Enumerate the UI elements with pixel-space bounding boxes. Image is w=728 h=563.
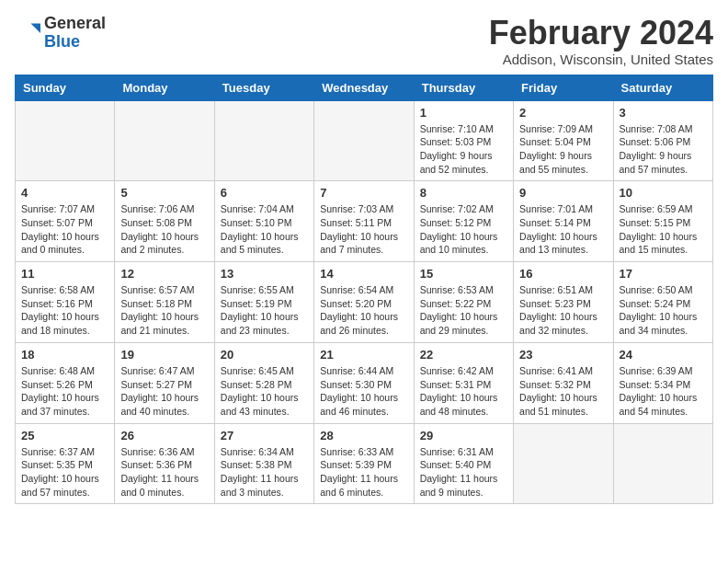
calendar-cell: 23Sunrise: 6:41 AM Sunset: 5:32 PM Dayli…: [514, 342, 613, 423]
day-info: Sunrise: 6:31 AM Sunset: 5:40 PM Dayligh…: [420, 445, 507, 500]
weekday-header-sunday: Sunday: [16, 75, 115, 100]
day-info: Sunrise: 6:33 AM Sunset: 5:39 PM Dayligh…: [320, 445, 407, 500]
calendar-cell: [314, 100, 414, 181]
day-number: 28: [320, 429, 407, 442]
calendar-cell: 4Sunrise: 7:07 AM Sunset: 5:07 PM Daylig…: [16, 181, 115, 262]
day-info: Sunrise: 6:48 AM Sunset: 5:26 PM Dayligh…: [21, 364, 108, 419]
day-info: Sunrise: 6:41 AM Sunset: 5:32 PM Dayligh…: [519, 364, 607, 419]
logo-icon: [15, 20, 40, 46]
day-number: 6: [221, 186, 308, 200]
day-info: Sunrise: 7:10 AM Sunset: 5:03 PM Dayligh…: [420, 122, 507, 177]
day-number: 7: [320, 186, 407, 200]
weekday-header-friday: Friday: [514, 75, 613, 100]
day-number: 16: [519, 267, 607, 281]
logo: General Blue: [15, 15, 106, 52]
page-header: General Blue February 2024 Addison, Wisc…: [15, 15, 713, 67]
day-info: Sunrise: 7:01 AM Sunset: 5:14 PM Dayligh…: [519, 202, 607, 257]
calendar-cell: 2Sunrise: 7:09 AM Sunset: 5:04 PM Daylig…: [514, 100, 613, 181]
day-number: 21: [320, 348, 407, 362]
day-number: 29: [420, 429, 507, 442]
week-row-5: 25Sunrise: 6:37 AM Sunset: 5:35 PM Dayli…: [16, 423, 713, 504]
logo-blue: Blue: [44, 32, 80, 51]
calendar-cell: 29Sunrise: 6:31 AM Sunset: 5:40 PM Dayli…: [414, 423, 513, 504]
weekday-header-tuesday: Tuesday: [214, 75, 313, 100]
day-info: Sunrise: 6:59 AM Sunset: 5:15 PM Dayligh…: [620, 202, 707, 257]
day-info: Sunrise: 6:47 AM Sunset: 5:27 PM Dayligh…: [120, 364, 208, 419]
title-area: February 2024 Addison, Wisconsin, United…: [489, 15, 713, 67]
day-info: Sunrise: 6:53 AM Sunset: 5:22 PM Dayligh…: [420, 283, 507, 338]
calendar-cell: 27Sunrise: 6:34 AM Sunset: 5:38 PM Dayli…: [214, 423, 313, 504]
day-number: 8: [420, 186, 507, 200]
weekday-header-saturday: Saturday: [613, 75, 712, 100]
day-info: Sunrise: 6:57 AM Sunset: 5:18 PM Dayligh…: [120, 283, 208, 338]
day-number: 2: [519, 106, 607, 120]
calendar-cell: 22Sunrise: 6:42 AM Sunset: 5:31 PM Dayli…: [414, 342, 513, 423]
week-row-2: 4Sunrise: 7:07 AM Sunset: 5:07 PM Daylig…: [16, 181, 713, 262]
calendar-cell: 17Sunrise: 6:50 AM Sunset: 5:24 PM Dayli…: [613, 262, 712, 343]
calendar-cell: 28Sunrise: 6:33 AM Sunset: 5:39 PM Dayli…: [314, 423, 414, 504]
day-number: 1: [420, 106, 507, 120]
day-info: Sunrise: 6:44 AM Sunset: 5:30 PM Dayligh…: [320, 364, 407, 419]
calendar-cell: [214, 100, 313, 181]
day-number: 15: [420, 267, 507, 281]
week-row-1: 1Sunrise: 7:10 AM Sunset: 5:03 PM Daylig…: [16, 100, 713, 181]
calendar-cell: 18Sunrise: 6:48 AM Sunset: 5:26 PM Dayli…: [16, 342, 115, 423]
calendar-cell: 8Sunrise: 7:02 AM Sunset: 5:12 PM Daylig…: [414, 181, 513, 262]
calendar-cell: [115, 100, 214, 181]
day-info: Sunrise: 7:06 AM Sunset: 5:08 PM Dayligh…: [120, 202, 208, 257]
day-number: 10: [620, 186, 707, 200]
calendar-cell: 1Sunrise: 7:10 AM Sunset: 5:03 PM Daylig…: [414, 100, 513, 181]
calendar-cell: 3Sunrise: 7:08 AM Sunset: 5:06 PM Daylig…: [613, 100, 712, 181]
day-info: Sunrise: 6:55 AM Sunset: 5:19 PM Dayligh…: [221, 283, 308, 338]
day-info: Sunrise: 6:37 AM Sunset: 5:35 PM Dayligh…: [21, 445, 108, 500]
calendar-cell: 15Sunrise: 6:53 AM Sunset: 5:22 PM Dayli…: [414, 262, 513, 343]
day-info: Sunrise: 6:45 AM Sunset: 5:28 PM Dayligh…: [221, 364, 308, 419]
weekday-header-monday: Monday: [115, 75, 214, 100]
day-info: Sunrise: 6:50 AM Sunset: 5:24 PM Dayligh…: [620, 283, 707, 338]
day-number: 25: [21, 429, 108, 442]
calendar-table: SundayMondayTuesdayWednesdayThursdayFrid…: [15, 75, 713, 505]
calendar-cell: 14Sunrise: 6:54 AM Sunset: 5:20 PM Dayli…: [314, 262, 414, 343]
day-info: Sunrise: 6:42 AM Sunset: 5:31 PM Dayligh…: [420, 364, 507, 419]
calendar-cell: 7Sunrise: 7:03 AM Sunset: 5:11 PM Daylig…: [314, 181, 414, 262]
calendar-cell: 11Sunrise: 6:58 AM Sunset: 5:16 PM Dayli…: [16, 262, 115, 343]
day-number: 24: [620, 348, 707, 362]
day-info: Sunrise: 6:34 AM Sunset: 5:38 PM Dayligh…: [221, 445, 308, 500]
calendar-cell: [514, 423, 613, 504]
day-number: 3: [620, 106, 707, 120]
day-number: 12: [120, 267, 208, 281]
day-info: Sunrise: 7:02 AM Sunset: 5:12 PM Dayligh…: [420, 202, 507, 257]
day-number: 19: [120, 348, 208, 362]
weekday-header-wednesday: Wednesday: [314, 75, 414, 100]
week-row-4: 18Sunrise: 6:48 AM Sunset: 5:26 PM Dayli…: [16, 342, 713, 423]
day-number: 23: [519, 348, 607, 362]
day-info: Sunrise: 7:08 AM Sunset: 5:06 PM Dayligh…: [620, 122, 707, 177]
calendar-cell: 13Sunrise: 6:55 AM Sunset: 5:19 PM Dayli…: [214, 262, 313, 343]
day-info: Sunrise: 6:39 AM Sunset: 5:34 PM Dayligh…: [620, 364, 707, 419]
calendar-cell: 10Sunrise: 6:59 AM Sunset: 5:15 PM Dayli…: [613, 181, 712, 262]
day-info: Sunrise: 6:58 AM Sunset: 5:16 PM Dayligh…: [21, 283, 108, 338]
day-number: 26: [120, 429, 208, 442]
day-number: 14: [320, 267, 407, 281]
day-number: 27: [221, 429, 308, 442]
day-number: 20: [221, 348, 308, 362]
weekday-header-thursday: Thursday: [414, 75, 513, 100]
calendar-cell: 25Sunrise: 6:37 AM Sunset: 5:35 PM Dayli…: [16, 423, 115, 504]
calendar-cell: 9Sunrise: 7:01 AM Sunset: 5:14 PM Daylig…: [514, 181, 613, 262]
logo-text: General Blue: [44, 15, 106, 52]
day-info: Sunrise: 7:07 AM Sunset: 5:07 PM Dayligh…: [21, 202, 108, 257]
month-title: February 2024: [489, 15, 713, 52]
calendar-cell: [16, 100, 115, 181]
day-number: 4: [21, 186, 108, 200]
weekday-header-row: SundayMondayTuesdayWednesdayThursdayFrid…: [16, 75, 713, 100]
calendar-cell: 20Sunrise: 6:45 AM Sunset: 5:28 PM Dayli…: [214, 342, 313, 423]
calendar-cell: 16Sunrise: 6:51 AM Sunset: 5:23 PM Dayli…: [514, 262, 613, 343]
day-number: 9: [519, 186, 607, 200]
logo-general: General: [44, 14, 106, 32]
day-info: Sunrise: 6:36 AM Sunset: 5:36 PM Dayligh…: [120, 445, 208, 500]
calendar-cell: 26Sunrise: 6:36 AM Sunset: 5:36 PM Dayli…: [115, 423, 214, 504]
day-info: Sunrise: 6:54 AM Sunset: 5:20 PM Dayligh…: [320, 283, 407, 338]
day-number: 17: [620, 267, 707, 281]
location: Addison, Wisconsin, United States: [489, 52, 713, 67]
calendar-cell: [613, 423, 712, 504]
